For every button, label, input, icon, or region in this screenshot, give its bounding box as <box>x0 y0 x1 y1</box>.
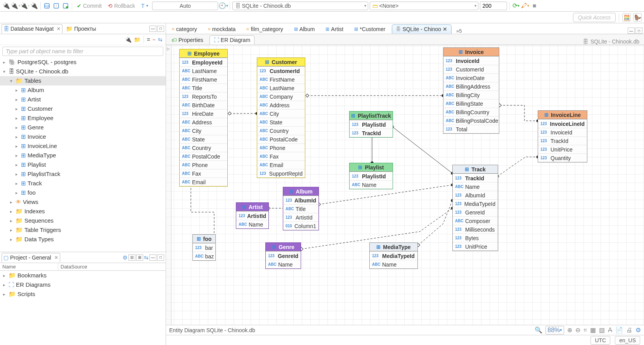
export-icon[interactable]: 📄 <box>615 326 623 334</box>
table-mediatype[interactable]: ▸⊞MediaType <box>0 151 166 160</box>
er-diagrams[interactable]: ▸⛶ ER Diagrams <box>0 280 166 289</box>
maximize-icon[interactable]: □ <box>157 26 164 32</box>
column-bytes[interactable]: 123Bytes <box>453 233 498 242</box>
column-trackid[interactable]: 123TrackId <box>538 136 587 145</box>
project-tab[interactable]: ▢ Project - General ✕ <box>2 253 60 262</box>
column-title[interactable]: ABCTitle <box>180 84 227 92</box>
entity-header[interactable]: ⊞Track <box>453 165 498 174</box>
column-name[interactable]: ABCName <box>350 180 393 189</box>
column-postalcode[interactable]: ABCPostalCode <box>257 135 305 143</box>
column-lastname[interactable]: ABCLastName <box>180 66 227 75</box>
commit-button[interactable]: ✔Commit <box>74 3 104 9</box>
grid-icon[interactable]: ⌗ <box>583 327 587 334</box>
column-address[interactable]: ABCAddress <box>180 118 227 126</box>
history-icon[interactable]: 🕘▾ <box>220 2 227 10</box>
entity-album[interactable]: ⊞Album123AlbumIdABCTitle123ArtistId010Co… <box>283 187 319 230</box>
plug-connect-icon[interactable]: 🔌+ <box>12 2 19 10</box>
nav-tree[interactable]: ▸🐘 PostgreSQL - postgres ▾🗄 SQLite - Chi… <box>0 57 166 252</box>
entity-header[interactable]: ⊞Album <box>283 187 319 196</box>
datasource-combo[interactable]: 🗄 SQLite - Chinook.db ▾ <box>232 2 368 10</box>
disconnect-icon[interactable]: 🔌 <box>30 2 38 10</box>
quick-access-button[interactable]: Quick Access <box>573 13 616 22</box>
tab-category[interactable]: ⌗category <box>168 24 201 34</box>
entity-header[interactable]: ⊞InvoiceLine <box>538 111 587 119</box>
table-track[interactable]: ▸⊞Track <box>0 179 166 188</box>
column-invoicelineid[interactable]: 123InvoiceLineId <box>538 119 587 128</box>
plug-new-icon[interactable]: 🔌 <box>2 2 10 10</box>
column-milliseconds[interactable]: 123Milliseconds <box>453 225 498 233</box>
entity-header[interactable]: ⊞Artist <box>236 203 268 211</box>
column-column1[interactable]: 010Column1 <box>283 221 319 230</box>
views-folder[interactable]: ▸ 👁 Views <box>0 197 166 207</box>
project-tree[interactable]: ▸📁 Bookmarks ▸⛶ ER Diagrams ▸📁 Scripts <box>0 271 166 345</box>
column-state[interactable]: ABCState <box>180 135 227 143</box>
column-customerid[interactable]: 123CustomerId <box>443 65 499 73</box>
color-icon[interactable]: ▧ <box>599 326 605 334</box>
column-company[interactable]: ABCCompany <box>257 92 305 101</box>
column-name[interactable]: ABCName <box>236 220 268 228</box>
plug-icon[interactable]: 🔌↑ <box>21 2 29 10</box>
column-trackid[interactable]: 123TrackId <box>453 174 498 182</box>
column-genreid[interactable]: 123GenreId <box>453 208 498 216</box>
columns-icon[interactable]: ▦ <box>590 326 596 334</box>
minimize-icon[interactable]: — <box>149 254 156 261</box>
conn-postgres[interactable]: ▸🐘 PostgreSQL - postgres <box>0 57 166 67</box>
txn-mode-combo[interactable]: Auto <box>152 2 218 10</box>
column-playlistid[interactable]: 123PlaylistId <box>350 172 393 180</box>
column-artistid[interactable]: 123ArtistId <box>236 211 268 220</box>
table-invoice[interactable]: ▸⊞Invoice <box>0 132 166 141</box>
entity-header[interactable]: ⊞Playlist <box>350 163 393 172</box>
column-trackid[interactable]: 123TrackId <box>350 129 393 137</box>
entity-header[interactable]: ⊞foo <box>193 235 215 243</box>
refresh-icon[interactable]: ⟳▾ <box>512 2 520 10</box>
print-icon[interactable]: 🖨 <box>626 327 632 334</box>
table-playlist[interactable]: ▸⊞Playlist <box>0 160 166 169</box>
entity-employee[interactable]: ⊞Employee123EmployeeIdABCLastNameABCFirs… <box>179 49 228 186</box>
conn-sqlite[interactable]: ▾🗄 SQLite - Chinook.db <box>0 67 166 76</box>
column-albumid[interactable]: 123AlbumId <box>453 191 498 199</box>
close-icon[interactable]: ✕ <box>54 255 58 260</box>
column-billingstate[interactable]: ABCBillingState <box>443 99 499 108</box>
zoom-combo[interactable]: 88% ▾ <box>545 326 564 335</box>
table-playlisttrack[interactable]: ▸⊞PlaylistTrack <box>0 169 166 179</box>
er-diagram-canvas[interactable]: ▷ <box>166 45 644 325</box>
indexes-folder[interactable]: ▸ 📁 Indexes <box>0 207 166 216</box>
column-country[interactable]: ABCCountry <box>257 126 305 135</box>
column-invoiceid[interactable]: 123InvoiceId <box>443 56 499 65</box>
column-composer[interactable]: ABCComposer <box>453 216 498 225</box>
column-billingcountry[interactable]: ABCBillingCountry <box>443 108 499 116</box>
column-email[interactable]: ABCEmail <box>257 160 305 169</box>
tab-artist[interactable]: ⊞Artist <box>321 24 348 34</box>
minimize-icon[interactable]: — <box>149 26 156 32</box>
nav-tab[interactable]: 🗄 Database Navigat ✕ <box>2 24 62 33</box>
column-supportrepid[interactable]: 123SupportRepId <box>257 169 305 178</box>
entity-invoice[interactable]: ⊞Invoice123InvoiceId123CustomerIdABCInvo… <box>443 47 499 134</box>
column-name[interactable]: ABCName <box>266 260 301 268</box>
zoom-out-icon[interactable]: ⊖ <box>575 326 580 334</box>
schema-combo[interactable]: 🗃 <None> ▾ <box>370 2 478 10</box>
sequences-folder[interactable]: ▸ 📁 Sequences <box>0 216 166 225</box>
plug-mini-icon[interactable]: 🔌 <box>125 37 132 43</box>
entity-mediatype[interactable]: ⊞MediaType123MediaTypeIdABCName <box>369 242 418 269</box>
entity-customer[interactable]: ⊞Customer123CustomerIdABCFirstNameABCLas… <box>257 57 305 178</box>
table-album[interactable]: ▸⊞Album <box>0 85 166 95</box>
column-email[interactable]: ABCEmail <box>180 178 227 186</box>
column-billingpostalcode[interactable]: ABCBillingPostalCode <box>443 116 499 125</box>
minimize-icon[interactable]: — <box>628 28 635 34</box>
tables-folder[interactable]: ▾📁 Tables <box>0 76 166 85</box>
column-customerid[interactable]: 123CustomerId <box>257 66 305 75</box>
column-state[interactable]: ABCState <box>257 118 305 126</box>
timezone-cell[interactable]: UTC <box>590 336 610 345</box>
link-icon[interactable]: ⇆ <box>144 254 149 261</box>
column-fax[interactable]: ABCFax <box>180 169 227 178</box>
column-firstname[interactable]: ABCFirstName <box>257 75 305 84</box>
zoom-in-icon[interactable]: ⊕ <box>567 326 572 334</box>
entity-header[interactable]: ⊞Invoice <box>443 48 499 56</box>
sql-editor-icon[interactable]: SQL <box>43 2 51 10</box>
table-invoiceline[interactable]: ▸⊞InvoiceLine <box>0 141 166 151</box>
column-hiredate[interactable]: 123HireDate <box>180 109 227 118</box>
entity-header[interactable]: ⊞MediaType <box>370 243 417 251</box>
column-reportsto[interactable]: 123ReportsTo <box>180 92 227 101</box>
entity-header[interactable]: ⊞PlaylistTrack <box>350 112 393 120</box>
datatypes-folder[interactable]: ▸ 📁 Data Types <box>0 235 166 244</box>
